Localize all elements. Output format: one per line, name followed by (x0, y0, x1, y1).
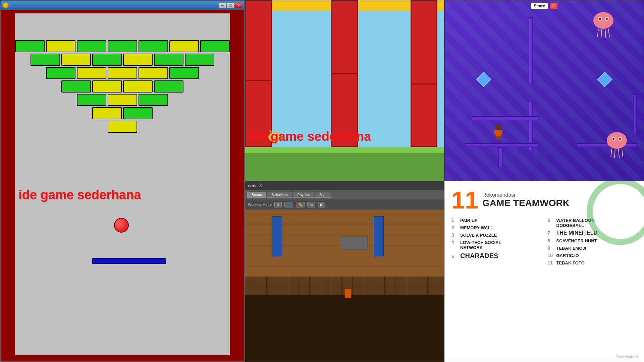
brick (61, 80, 91, 93)
list-column-left: 1 PAIR UP 2 MEMORY WALL 3 SOLVE A PUZZLE… (451, 218, 541, 265)
brick (77, 94, 106, 106)
rpg-scene-tabs: Scene Behaviors Physics Ba... (245, 190, 444, 199)
brick (154, 54, 183, 66)
brick (139, 94, 168, 106)
brick (108, 121, 137, 133)
brick (108, 40, 137, 52)
brick (123, 107, 153, 119)
brick (154, 80, 183, 93)
list-title-block: Rekomendasi GAME TEAMWORK (482, 192, 570, 208)
list-subtitle: Rekomendasi (482, 192, 570, 198)
svg-line-30 (622, 149, 623, 157)
titlebar-buttons: ─ □ ✕ (219, 2, 242, 8)
brick (77, 67, 106, 79)
svg-line-29 (619, 149, 619, 158)
tab-physics[interactable]: Physics (293, 192, 314, 198)
brick (46, 67, 75, 79)
brick (139, 67, 168, 79)
rpg-canvas (245, 209, 444, 362)
brick (123, 80, 153, 93)
flappy-overlay-text: ide game sederhana (249, 129, 371, 144)
svg-point-16 (599, 18, 601, 20)
game-paddle (92, 258, 166, 264)
list-item: 1 PAIR UP (451, 218, 541, 223)
score-value: 0 (550, 3, 557, 9)
svg-line-19 (601, 29, 602, 38)
game-list-panel: 11 Rekomendasi GAME TEAMWORK 1 PAIR UP 2… (444, 181, 644, 362)
working-mode-label: Working Mode (248, 202, 272, 206)
svg-point-17 (606, 18, 608, 20)
score-label: Score (531, 3, 547, 9)
svg-rect-32 (496, 130, 501, 136)
rpg-editor-panel: eside ✕ Scene Behaviors Physics Ba... Wo… (245, 181, 444, 362)
source-label: MakeResume (615, 354, 638, 358)
svg-rect-34 (500, 130, 502, 134)
svg-line-20 (605, 29, 606, 38)
tab-behaviors[interactable]: Behaviors (267, 192, 292, 198)
flappy-ground (245, 147, 444, 181)
brick-row-5 (77, 94, 168, 106)
brick (139, 40, 168, 52)
cave-floor (245, 295, 444, 362)
svg-rect-33 (494, 130, 496, 134)
maximize-button[interactable]: □ (227, 2, 234, 8)
close-button[interactable]: ✕ (235, 2, 242, 8)
wall-t-h (465, 143, 539, 147)
door-left (272, 216, 282, 256)
tab-ba[interactable]: Ba... (315, 192, 331, 198)
brick (92, 54, 122, 66)
brick (77, 40, 106, 52)
brick (169, 40, 199, 52)
tool-btn-4[interactable]: ▭ (307, 202, 315, 207)
minimize-button[interactable]: ─ (219, 2, 226, 8)
bricks-container (15, 40, 230, 133)
ground-strip (245, 147, 444, 153)
svg-line-28 (614, 149, 615, 158)
jellyfish-bottom (603, 130, 630, 161)
wall-t-v (498, 147, 502, 167)
list-item: 3 SOLVE A PUZZLE (451, 232, 541, 238)
wall-v1 (529, 17, 533, 84)
brick-row-2 (31, 54, 214, 66)
game-canvas: ide game sederhana (15, 13, 230, 355)
svg-point-22 (607, 132, 627, 149)
pipe-top-mid (331, 0, 358, 77)
rpg-tab-main: eside (248, 183, 258, 188)
brick-row-3 (46, 67, 199, 79)
player-character (492, 124, 505, 140)
tool-btn-1[interactable]: ⊞ (274, 202, 282, 207)
svg-point-25 (612, 138, 614, 140)
svg-rect-36 (499, 136, 501, 140)
brick-row-4 (61, 80, 183, 93)
svg-point-31 (496, 124, 501, 130)
brick (92, 80, 122, 93)
brick (108, 67, 137, 79)
brick-row-6 (92, 107, 153, 119)
tool-btn-2[interactable]: 👤 (284, 202, 293, 207)
list-big-number: 11 (451, 188, 478, 212)
jelly-game-panel: Score 0 (444, 0, 644, 181)
window-titlebar: ─ □ ✕ (1, 1, 244, 10)
titlebar-icon (3, 2, 9, 8)
game-ball (114, 218, 129, 233)
svg-point-13 (593, 12, 613, 29)
score-header: Score 0 (531, 3, 557, 9)
list-item: 10 GARTIC.IO (548, 253, 637, 258)
wall-v3 (633, 94, 637, 134)
brick-row-1 (15, 40, 230, 52)
brick (92, 107, 122, 119)
list-main-title: GAME TEAMWORK (482, 198, 570, 208)
list-item: 11 TEBAK FOTO (548, 260, 637, 265)
brick (61, 54, 91, 66)
jellyfish-top (590, 10, 617, 41)
flappy-game-panel: Game Play 0 (245, 0, 444, 181)
svg-point-26 (619, 138, 621, 140)
svg-line-27 (611, 149, 612, 157)
rpg-topbar: eside ✕ (245, 181, 444, 190)
object-desk (341, 236, 368, 250)
tool-btn-5[interactable]: ◧ (318, 202, 325, 207)
brick-row-7 (108, 121, 137, 133)
tab-scene[interactable]: Scene (247, 192, 266, 198)
right-panel: Game Play 0 (245, 0, 644, 362)
tool-btn-3[interactable]: ✏️ (296, 202, 305, 207)
